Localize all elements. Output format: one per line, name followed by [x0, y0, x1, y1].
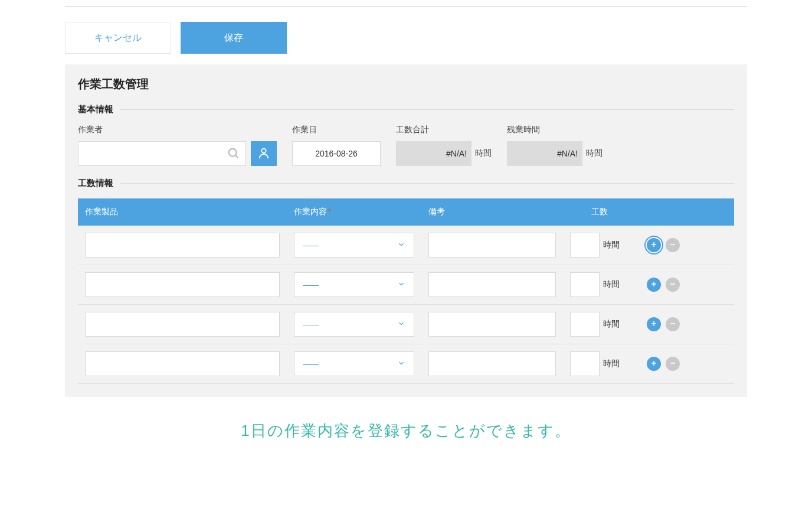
divider-line	[120, 183, 734, 184]
table-row: —— 時間	[78, 344, 734, 384]
td-content: ——	[287, 351, 421, 376]
hours-unit: 時間	[603, 279, 620, 290]
worker-input-wrap	[78, 141, 277, 166]
note-input[interactable]	[428, 233, 556, 258]
td-content: ——	[287, 312, 421, 337]
table-row: —— 時間	[78, 265, 734, 305]
overtime-field-group: 残業時間 時間	[507, 125, 603, 166]
td-product	[78, 233, 287, 258]
total-hours-label: 工数合計	[396, 125, 492, 135]
work-date-field-group: 作業日	[292, 125, 381, 166]
cancel-button[interactable]: キャンセル	[65, 22, 171, 54]
chevron-down-icon	[397, 359, 405, 369]
product-input[interactable]	[85, 272, 280, 297]
td-hours: 時間	[563, 312, 636, 337]
add-row-button[interactable]	[647, 317, 661, 331]
minus-icon	[669, 319, 676, 330]
plus-icon	[650, 279, 657, 290]
th-content: 作業内容*	[287, 207, 421, 217]
worker-search-wrap	[78, 141, 246, 166]
svg-line-1	[235, 155, 238, 158]
minus-icon	[669, 358, 676, 369]
th-content-label: 作業内容	[294, 207, 327, 216]
remove-row-button[interactable]	[666, 238, 680, 252]
action-buttons: キャンセル 保存	[65, 22, 747, 54]
td-product	[78, 312, 287, 337]
td-note	[421, 351, 563, 376]
hours-unit: 時間	[603, 240, 620, 250]
add-row-button[interactable]	[647, 357, 661, 371]
save-button[interactable]: 保存	[181, 22, 287, 54]
hours-input[interactable]	[570, 272, 600, 297]
work-date-label: 作業日	[292, 125, 381, 135]
table-row: —— 時間	[78, 305, 734, 344]
hours-info-label: 工数情報	[78, 178, 113, 189]
top-divider	[65, 6, 747, 7]
add-row-button[interactable]	[647, 278, 661, 292]
content-select[interactable]: ——	[294, 312, 414, 337]
remove-row-button[interactable]	[666, 278, 680, 292]
td-actions	[636, 357, 687, 371]
note-input[interactable]	[428, 312, 556, 337]
main-panel: 作業工数管理 基本情報 作業者	[65, 64, 747, 397]
product-input[interactable]	[85, 351, 280, 376]
td-note	[421, 272, 563, 297]
th-product: 作業製品	[78, 207, 287, 217]
chevron-down-icon	[397, 320, 405, 330]
divider-line	[120, 109, 734, 110]
hours-input[interactable]	[570, 351, 600, 376]
search-icon[interactable]	[221, 141, 246, 166]
chevron-down-icon	[397, 240, 405, 250]
product-input[interactable]	[85, 233, 280, 258]
note-input[interactable]	[428, 351, 556, 376]
page-container: キャンセル 保存 作業工数管理 基本情報 作業者	[0, 6, 812, 515]
td-actions	[636, 317, 687, 331]
td-actions	[636, 278, 687, 292]
content-select[interactable]: ——	[294, 233, 414, 258]
remove-row-button[interactable]	[666, 357, 680, 371]
td-content: ——	[287, 233, 421, 258]
table-header-row: 作業製品 作業内容* 備考 工数	[78, 198, 734, 226]
remove-row-button[interactable]	[666, 317, 680, 331]
content-select[interactable]: ——	[294, 272, 414, 297]
plus-icon	[650, 358, 657, 369]
plus-icon	[650, 240, 657, 250]
product-input[interactable]	[85, 312, 280, 337]
basic-info-label: 基本情報	[78, 104, 113, 115]
hours-input[interactable]	[570, 312, 600, 337]
select-placeholder: ——	[303, 280, 318, 289]
basic-info-section-header: 基本情報	[78, 104, 734, 115]
select-user-button[interactable]	[251, 141, 277, 166]
td-product	[78, 272, 287, 297]
svg-point-0	[229, 149, 237, 157]
td-actions	[636, 238, 687, 252]
work-date-input[interactable]	[292, 141, 381, 166]
select-placeholder: ——	[303, 320, 318, 329]
worker-label: 作業者	[78, 125, 277, 135]
td-product	[78, 351, 287, 376]
hours-unit: 時間	[603, 358, 620, 369]
hours-unit: 時間	[603, 319, 620, 330]
overtime-label: 残業時間	[507, 125, 603, 135]
total-hours-wrap: 時間	[396, 141, 492, 166]
overtime-wrap: 時間	[507, 141, 603, 166]
note-input[interactable]	[428, 272, 556, 297]
add-row-button[interactable]	[647, 238, 661, 252]
required-mark: *	[328, 207, 331, 216]
worker-field-group: 作業者	[78, 125, 277, 166]
td-hours: 時間	[563, 351, 636, 376]
td-content: ——	[287, 272, 421, 297]
content-select[interactable]: ——	[294, 351, 414, 376]
chevron-down-icon	[397, 280, 405, 290]
td-hours: 時間	[563, 272, 636, 297]
th-note: 備考	[421, 207, 563, 217]
td-hours: 時間	[563, 233, 636, 258]
svg-point-2	[261, 148, 266, 152]
total-hours-unit: 時間	[475, 148, 492, 159]
overtime-unit: 時間	[586, 148, 603, 159]
plus-icon	[650, 319, 657, 330]
panel-title: 作業工数管理	[78, 76, 734, 92]
overtime-value	[507, 141, 582, 166]
hours-input[interactable]	[570, 233, 600, 258]
table-body: —— 時間	[78, 226, 734, 384]
